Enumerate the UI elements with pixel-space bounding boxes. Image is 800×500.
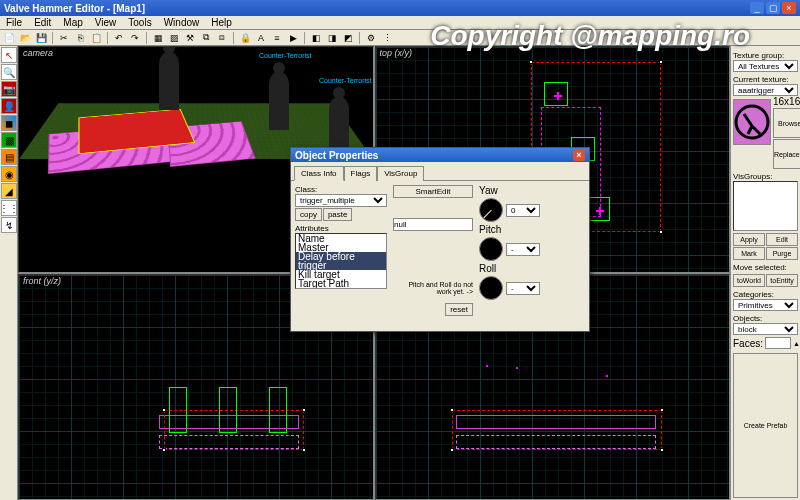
roll-angle-control[interactable] <box>479 276 503 300</box>
paste-button[interactable]: paste <box>323 208 353 221</box>
carve-icon[interactable]: ⚒ <box>183 31 197 45</box>
selection-box[interactable] <box>452 410 662 450</box>
ungroup-icon[interactable]: ⧈ <box>215 31 229 45</box>
reset-button[interactable]: reset <box>445 303 473 316</box>
roll-select[interactable]: - <box>506 282 540 295</box>
toworld-button[interactable]: toWorld <box>733 274 765 287</box>
decal-tool-icon[interactable]: ◉ <box>1 166 17 182</box>
window-close-button[interactable]: × <box>782 2 796 14</box>
texture-group-label: Texture group: <box>733 51 798 60</box>
texture-lock-icon[interactable]: 🔒 <box>238 31 252 45</box>
current-texture-select[interactable]: aaatrigger <box>733 84 798 96</box>
show-icon[interactable]: ◩ <box>341 31 355 45</box>
attributes-list[interactable]: Name Master Delay before trigger Kill ta… <box>295 233 387 289</box>
block-tool-icon[interactable]: ◼ <box>1 115 17 131</box>
browse-button[interactable]: Browse <box>773 108 800 138</box>
entity-origin-icon <box>554 92 562 100</box>
categories-select[interactable]: Primitives <box>733 299 798 311</box>
yaw-select[interactable]: 0 <box>506 204 540 217</box>
texture-size: 16x16 <box>773 96 800 107</box>
menu-help[interactable]: Help <box>205 16 238 29</box>
replace-button[interactable]: Replace... <box>773 139 800 169</box>
apply-button[interactable]: Apply <box>733 233 765 246</box>
pitch-select[interactable]: - <box>506 243 540 256</box>
attr-item[interactable]: Sound style <box>296 288 386 289</box>
toolbar-separator <box>146 32 147 44</box>
paste-icon[interactable]: 📋 <box>89 31 103 45</box>
purge-button[interactable]: Purge <box>766 247 798 260</box>
smartedit-button[interactable]: SmartEdit <box>393 185 473 198</box>
objects-label: Objects: <box>733 314 798 323</box>
faces-label: Faces: <box>733 338 763 349</box>
menu-file[interactable]: File <box>0 16 28 29</box>
viewport-label: front (y/z) <box>21 276 63 286</box>
texture-app-icon[interactable]: A <box>254 31 268 45</box>
create-prefab-button[interactable]: Create Prefab <box>733 353 798 498</box>
mark-button[interactable]: Mark <box>733 247 765 260</box>
faces-input[interactable] <box>765 337 791 349</box>
model-label: Counter-Terrorist <box>319 77 372 84</box>
lambda-icon <box>734 104 770 140</box>
toolbar-separator <box>359 32 360 44</box>
yaw-label: Yaw <box>479 185 498 196</box>
dialog-title: Object Properties <box>295 150 378 161</box>
undo-icon[interactable]: ↶ <box>112 31 126 45</box>
pitch-angle-control[interactable] <box>479 237 503 261</box>
run-map-icon[interactable]: ▶ <box>286 31 300 45</box>
window-maximize-button[interactable]: ▢ <box>766 2 780 14</box>
open-file-icon[interactable]: 📂 <box>18 31 32 45</box>
model-label: Counter-Terrorist <box>259 52 312 59</box>
toolbar-separator <box>107 32 108 44</box>
menu-tools[interactable]: Tools <box>122 16 157 29</box>
objects-select[interactable]: block <box>733 323 798 335</box>
tab-class-info[interactable]: Class Info <box>294 166 344 181</box>
menu-map[interactable]: Map <box>57 16 88 29</box>
dialog-titlebar[interactable]: Object Properties × <box>291 148 589 162</box>
object-properties-dialog: Object Properties × Class Info Flags Vis… <box>290 147 590 332</box>
main-toolbar: 📄 📂 💾 ✂ ⎘ 📋 ↶ ↷ ▦ ▨ ⚒ ⧉ ⧈ 🔒 A ≡ ▶ ◧ ◨ ◩ … <box>0 30 800 46</box>
visgroups-list[interactable] <box>733 181 798 231</box>
new-file-icon[interactable]: 📄 <box>2 31 16 45</box>
attr-item-selected[interactable]: Delay before trigger <box>296 252 386 270</box>
save-icon[interactable]: 💾 <box>34 31 48 45</box>
class-select[interactable]: trigger_multiple <box>295 194 387 207</box>
copy-icon[interactable]: ⎘ <box>73 31 87 45</box>
vertex-tool-icon[interactable]: ⋮⋮ <box>1 200 17 216</box>
cut-icon[interactable]: ✂ <box>57 31 71 45</box>
svg-point-0 <box>736 106 768 138</box>
window-minimize-button[interactable]: _ <box>750 2 764 14</box>
group-icon[interactable]: ⧉ <box>199 31 213 45</box>
entity-tool-icon[interactable]: 👤 <box>1 98 17 114</box>
menu-view[interactable]: View <box>89 16 123 29</box>
hide-icon[interactable]: ◧ <box>309 31 323 45</box>
camera-tool-icon[interactable]: 📷 <box>1 81 17 97</box>
window-title: Valve Hammer Editor - [Map1] <box>4 3 748 14</box>
toolbar-separator <box>304 32 305 44</box>
yaw-angle-control[interactable] <box>479 198 503 222</box>
tab-visgroup[interactable]: VisGroup <box>377 166 424 181</box>
texture-preview <box>733 99 771 145</box>
hide-unsel-icon[interactable]: ◨ <box>325 31 339 45</box>
edit-button[interactable]: Edit <box>766 233 798 246</box>
apply-texture-tool-icon[interactable]: ▤ <box>1 149 17 165</box>
toggle-grid-icon[interactable]: ▦ <box>151 31 165 45</box>
pitch-roll-note: Pitch and Roll do not work yet. -> <box>393 281 473 295</box>
path-tool-icon[interactable]: ↯ <box>1 217 17 233</box>
align-icon[interactable]: ≡ <box>270 31 284 45</box>
menu-window[interactable]: Window <box>158 16 206 29</box>
options-icon[interactable]: ⋮ <box>380 31 394 45</box>
magnify-tool-icon[interactable]: 🔍 <box>1 64 17 80</box>
selection-tool-icon[interactable]: ↖ <box>1 47 17 63</box>
attr-value-input[interactable] <box>393 218 473 231</box>
texture-group-select[interactable]: All Textures <box>733 60 798 72</box>
copy-button[interactable]: copy <box>295 208 322 221</box>
texture-tool-icon[interactable]: ▩ <box>1 132 17 148</box>
menu-edit[interactable]: Edit <box>28 16 57 29</box>
compile-icon[interactable]: ⚙ <box>364 31 378 45</box>
tab-flags[interactable]: Flags <box>344 166 378 181</box>
dialog-close-button[interactable]: × <box>573 150 585 161</box>
clip-tool-icon[interactable]: ◢ <box>1 183 17 199</box>
toggle-3d-grid-icon[interactable]: ▨ <box>167 31 181 45</box>
redo-icon[interactable]: ↷ <box>128 31 142 45</box>
toentity-button[interactable]: toEntity <box>766 274 798 287</box>
